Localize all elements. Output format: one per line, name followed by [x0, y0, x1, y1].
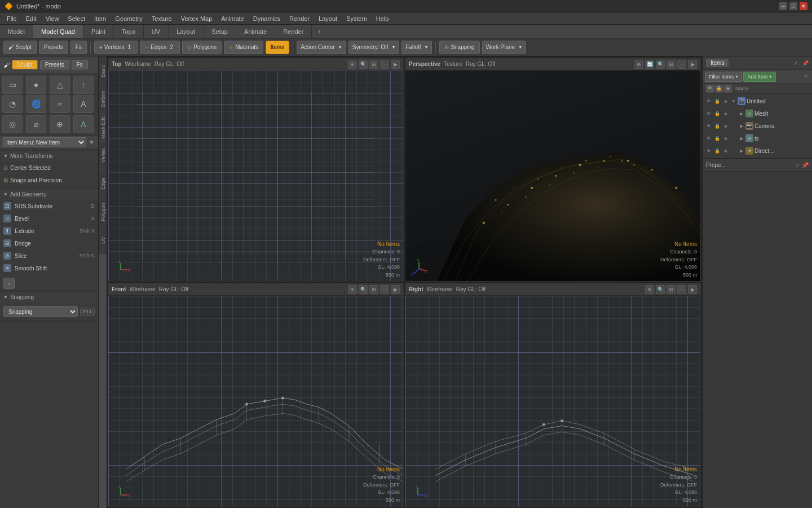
menu-vertex-map[interactable]: Vertex Map	[176, 14, 217, 23]
fs-btn[interactable]: Fs	[72, 60, 88, 69]
item-menu-dropdown[interactable]: ▼	[89, 139, 95, 146]
menu-layout[interactable]: Layout	[314, 14, 342, 23]
vis-render-directional[interactable]: ◈	[722, 147, 730, 155]
falloff-dropdown[interactable]: Falloff	[401, 41, 432, 54]
tool-2-1[interactable]: ◎	[2, 115, 23, 133]
tool-2-3[interactable]: ⊕	[50, 115, 70, 133]
menu-item[interactable]: Item	[90, 14, 111, 23]
tab-topo[interactable]: Topo	[114, 25, 144, 38]
tab-render[interactable]: Render	[275, 25, 312, 38]
tool-arc[interactable]: ◔	[2, 95, 23, 113]
center-selected-row[interactable]: ⊙ Center Selected	[0, 161, 98, 174]
vp-persp-ctrl-3[interactable]: 🔍	[656, 60, 665, 69]
vp-right-ctrl-2[interactable]: 🔍	[656, 285, 665, 294]
vtab-edge[interactable]: Edge	[99, 169, 107, 198]
edges-button[interactable]: ─ Edges 2	[140, 41, 180, 54]
vp-persp-ctrl-1[interactable]: ⊕	[634, 60, 643, 69]
vp-persp-ctrl-2[interactable]: 🔄	[645, 60, 654, 69]
materials-button[interactable]: ◈ Materials	[224, 41, 263, 54]
item-row-untitled[interactable]: 👁 🔒 ◈ ▼ 🎬 Untitled	[703, 95, 812, 107]
col-eye-icon[interactable]: 👁	[706, 85, 714, 93]
vtab-basic[interactable]: Basic	[99, 56, 107, 85]
vis-eye-untitled[interactable]: 👁	[705, 97, 713, 105]
snapping-button[interactable]: ⊕ Snapping	[439, 41, 479, 54]
polygons-button[interactable]: ◇ Polygons	[182, 41, 222, 54]
menu-texture[interactable]: Texture	[147, 14, 176, 23]
item-row-mesh[interactable]: 👁 🔒 ◈ ▶ ◇ Mesh	[703, 107, 812, 120]
viewport-top[interactable]: Top Wireframe Ray GL: Off ⊕ 🔍 ⊞ ⋯ ▶	[108, 58, 404, 282]
tab-paint[interactable]: Paint	[83, 25, 114, 38]
tool-text[interactable]: A	[73, 95, 94, 113]
item-expand-mesh[interactable]: ▶	[739, 111, 744, 116]
menu-system[interactable]: System	[342, 14, 372, 23]
vtab-uv[interactable]: UV	[99, 226, 107, 254]
slice-item[interactable]: ⊘ Slice Shift-C	[0, 249, 98, 262]
vp-front-ctrl-3[interactable]: ⊞	[369, 285, 378, 294]
presets-btn[interactable]: Presets	[40, 60, 69, 69]
item-expand-ts[interactable]: ▶	[739, 135, 744, 141]
snapping-dropdown[interactable]: Snapping	[3, 306, 78, 317]
item-expand-untitled[interactable]: ▼	[731, 98, 736, 104]
rp-tab-items[interactable]: Items	[706, 59, 729, 67]
vis-eye-directional[interactable]: 👁	[705, 147, 713, 155]
menu-select[interactable]: Select	[63, 14, 90, 23]
viewport-right[interactable]: Right Wireframe Ray GL: Off ⊕ 🔍 ⊞ ⋯ ▶	[405, 283, 701, 507]
vis-render-camera[interactable]: ◈	[722, 122, 730, 130]
vp-right-ctrl-1[interactable]: ⊕	[645, 285, 654, 294]
col-render-icon[interactable]: ◈	[724, 85, 732, 93]
tool-curl[interactable]: 🌀	[26, 95, 46, 113]
menu-view[interactable]: View	[41, 14, 64, 23]
tab-layout[interactable]: Layout	[169, 25, 204, 38]
vis-lock-ts[interactable]: 🔒	[713, 134, 721, 142]
item-row-ts[interactable]: 👁 🔒 ◈ ▶ ⊹ ts	[703, 132, 812, 144]
menu-dynamics[interactable]: Dynamics	[249, 14, 285, 23]
vis-render-untitled[interactable]: ◈	[722, 97, 730, 105]
menu-file[interactable]: File	[2, 14, 21, 23]
item-row-directional[interactable]: 👁 🔒 ◈ ▶ ☀ Direct...	[703, 144, 812, 157]
minimize-button[interactable]: ─	[779, 2, 787, 10]
tab-model-quad[interactable]: Model Quad	[33, 25, 83, 38]
menu-animate[interactable]: Animate	[217, 14, 248, 23]
vis-render-mesh[interactable]: ◈	[722, 110, 730, 117]
vertices-button[interactable]: ● Vertices 1	[94, 41, 138, 54]
menu-geometry[interactable]: Geometry	[111, 14, 147, 23]
items-button[interactable]: Items	[266, 41, 289, 54]
vis-lock-directional[interactable]: 🔒	[713, 147, 721, 155]
tool-sphere[interactable]: ●	[26, 76, 46, 94]
item-expand-directional[interactable]: ▶	[739, 148, 744, 154]
tool-smooth[interactable]: ≈	[50, 95, 70, 113]
tool-box[interactable]: ▭	[2, 76, 23, 94]
vis-eye-ts[interactable]: 👁	[705, 134, 713, 142]
vtab-mesh-edit[interactable]: Mesh Edit	[99, 113, 107, 141]
snapping-header[interactable]: Snapping	[0, 291, 98, 303]
item-menu-select[interactable]: Item Menu: New Item	[3, 137, 86, 147]
add-item-btn[interactable]: Add Item	[743, 72, 776, 82]
menu-render[interactable]: Render	[285, 14, 314, 23]
vp-persp-ctrl-5[interactable]: ⋯	[677, 60, 686, 69]
menu-edit[interactable]: Edit	[21, 14, 41, 23]
vp-persp-ctrl-4[interactable]: ⊞	[667, 60, 676, 69]
properties-pin[interactable]: 📌	[802, 162, 809, 168]
col-lock-icon[interactable]: 🔒	[715, 85, 723, 93]
tab-animate[interactable]: Animate	[236, 25, 275, 38]
sculpt-btn[interactable]: Sculpt	[12, 60, 38, 69]
tab-uv[interactable]: UV	[144, 25, 169, 38]
vtab-vertex[interactable]: Vertex	[99, 141, 107, 169]
vp-top-ctrl-5[interactable]: ▶	[391, 60, 400, 69]
tool-arrow[interactable]: ↑	[73, 76, 94, 94]
vis-lock-camera[interactable]: 🔒	[713, 122, 721, 130]
vp-front-ctrl-4[interactable]: ⋯	[380, 285, 389, 294]
viewport-perspective[interactable]: Perspective Texture Ray GL: Off ⊕ 🔄 🔍 ⊞ …	[405, 58, 701, 282]
vp-front-ctrl-1[interactable]: ⊕	[348, 285, 357, 294]
work-plane-dropdown[interactable]: Work Plane	[482, 41, 526, 54]
sds-subdivide-item[interactable]: ⊡ SDS Subdivide D	[0, 200, 98, 212]
vp-top-ctrl-3[interactable]: ⊞	[369, 60, 378, 69]
vp-front-ctrl-2[interactable]: 🔍	[359, 285, 368, 294]
tab-add-button[interactable]: +	[312, 25, 326, 38]
smooth-shift-item[interactable]: ≋ Smooth Shift	[0, 262, 98, 274]
vis-eye-camera[interactable]: 👁	[705, 122, 713, 130]
tool-2-2[interactable]: ⌀	[26, 115, 46, 133]
tool-2-4[interactable]: A	[73, 115, 94, 133]
viewport-front[interactable]: Front Wireframe Ray GL: Off ⊕ 🔍 ⊞ ⋯ ▶	[108, 283, 404, 507]
sculpt-button[interactable]: 🖌 Sculpt	[3, 41, 37, 54]
